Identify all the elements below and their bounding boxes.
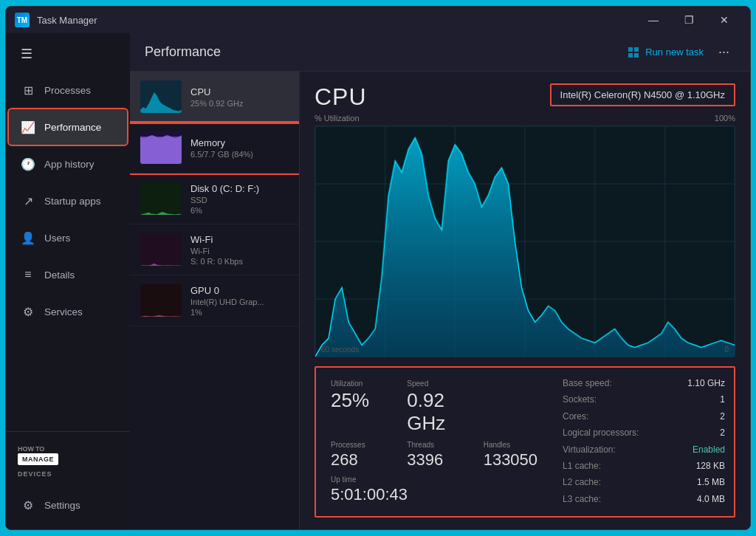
sidebar-bottom: HOW TO MANAGE DEVICES ⚙ Settings	[6, 431, 130, 529]
disk-name: Disk 0 (C: D: F:)	[190, 183, 289, 194]
speed-stat-label: Speed	[407, 379, 471, 388]
logical-processors-value: 2	[647, 426, 725, 441]
hamburger-button[interactable]: ☰	[12, 39, 41, 69]
disk-sub1: SSD	[190, 196, 289, 205]
wifi-thumbnail	[140, 233, 182, 266]
cpu-name: CPU	[190, 86, 289, 97]
graph-time-label: 60 seconds	[321, 346, 359, 354]
l2-cache-label: L2 cache:	[563, 475, 641, 490]
device-item-gpu[interactable]: GPU 0 Intel(R) UHD Grap... 1%	[130, 275, 299, 326]
logical-processors-label: Logical processors:	[563, 426, 641, 441]
app-icon: TM	[15, 13, 30, 27]
sidebar-item-label: Performance	[44, 122, 101, 133]
utilization-stat: Utilization 25%	[325, 377, 401, 438]
performance-icon: 📈	[21, 120, 35, 134]
device-item-disk[interactable]: Disk 0 (C: D: F:) SSD 6%	[130, 173, 299, 224]
run-new-task-icon	[628, 47, 639, 58]
l1-cache-label: L1 cache:	[563, 459, 641, 474]
sidebar-item-performance[interactable]: 📈 Performance	[9, 109, 127, 145]
brand-devices: DEVICES	[18, 470, 52, 478]
gpu-name: GPU 0	[190, 285, 289, 296]
main-title: Performance	[145, 44, 619, 60]
handles-stat-value: 133050	[484, 450, 548, 470]
cores-value: 2	[647, 410, 725, 425]
threads-stat-label: Threads	[407, 441, 471, 449]
memory-thumbnail	[140, 131, 182, 164]
device-item-wifi[interactable]: Wi-Fi Wi-Fi S: 0 R: 0 Kbps	[130, 224, 299, 275]
utilization-stat-value: 25%	[331, 389, 395, 412]
cpu-title: CPU	[315, 83, 367, 111]
sidebar-item-processes[interactable]: ⊞ Processes	[9, 72, 127, 108]
sockets-label: Sockets:	[563, 393, 641, 408]
details-icon: ≡	[21, 268, 35, 281]
l1-cache-value: 128 KB	[647, 459, 725, 474]
services-icon: ⚙	[21, 305, 35, 319]
sidebar-item-settings[interactable]: ⚙ Settings	[9, 487, 127, 523]
sidebar-item-users[interactable]: 👤 Users	[9, 220, 127, 255]
sidebar-item-startup-apps[interactable]: ↗ Startup apps	[9, 183, 127, 219]
more-options-button[interactable]: ···	[712, 41, 735, 63]
disk-sub2: 6%	[190, 206, 289, 215]
stats-right: Base speed: 1.10 GHz Sockets: 1 Cores: 2…	[563, 377, 725, 507]
svg-rect-2	[628, 53, 633, 58]
utilization-stat-label: Utilization	[331, 379, 395, 388]
wifi-info: Wi-Fi Wi-Fi S: 0 R: 0 Kbps	[190, 234, 289, 266]
brand-to: TO	[35, 445, 44, 453]
cores-label: Cores:	[563, 410, 641, 425]
stats-grid: Utilization 25% Speed 0.92 GHz Processes…	[315, 366, 735, 518]
sidebar-item-label: Services	[44, 306, 83, 317]
brand-manage: MANAGE	[18, 453, 58, 465]
gpu-info: GPU 0 Intel(R) UHD Grap... 1%	[190, 285, 289, 317]
sidebar-item-app-history[interactable]: 🕐 App history	[9, 146, 127, 182]
main-header: Performance Run new task ···	[130, 33, 750, 72]
wifi-sub1: Wi-Fi	[190, 247, 289, 255]
handles-stat-label: Handles	[484, 441, 548, 449]
window-title: Task Manager	[37, 15, 636, 26]
content-area: ☰ ⊞ Processes 📈 Performance 🕐 App histor…	[6, 33, 750, 529]
handles-stat: Handles 133050	[478, 438, 554, 473]
sockets-value: 1	[647, 393, 725, 408]
users-icon: 👤	[21, 231, 35, 245]
window-controls: — ❐ ✕	[636, 8, 741, 32]
main-panel: Performance Run new task ···	[130, 33, 750, 529]
processes-stat: Processes 268	[325, 438, 401, 473]
speed-stat-value: 0.92 GHz	[407, 389, 471, 435]
close-button[interactable]: ✕	[707, 8, 741, 32]
title-bar: TM Task Manager — ❐ ✕	[6, 7, 750, 33]
sidebar-item-details[interactable]: ≡ Details	[9, 257, 127, 292]
cpu-graph-canvas	[315, 126, 735, 357]
svg-rect-1	[634, 47, 639, 52]
run-new-task-button[interactable]: Run new task	[619, 42, 712, 63]
stats-left: Utilization 25% Speed 0.92 GHz Processes…	[325, 377, 554, 507]
app-history-icon: 🕐	[21, 157, 35, 171]
hamburger-icon: ☰	[21, 46, 32, 62]
svg-rect-3	[634, 53, 639, 58]
run-new-task-label: Run new task	[645, 47, 704, 58]
disk-thumbnail	[140, 182, 182, 215]
utilization-row: % Utilization 100%	[315, 114, 735, 123]
cpu-info: CPU 25% 0.92 GHz	[190, 86, 289, 108]
sidebar-settings-label: Settings	[44, 500, 80, 511]
sidebar-item-label: Startup apps	[44, 196, 101, 207]
base-speed-label: Base speed:	[563, 377, 641, 391]
brand-area: HOW TO MANAGE DEVICES	[6, 438, 130, 487]
l3-cache-label: L3 cache:	[563, 492, 641, 507]
maximize-button[interactable]: ❐	[672, 8, 706, 32]
brand-how: HOW	[18, 445, 34, 453]
cpu-model-badge: Intel(R) Celeron(R) N4500 @ 1.10GHz	[550, 83, 735, 106]
threads-stat-value: 3396	[407, 450, 471, 470]
l2-cache-value: 1.5 MB	[647, 475, 725, 490]
sidebar-item-services[interactable]: ⚙ Services	[9, 294, 127, 329]
speed-stat: Speed 0.92 GHz	[401, 377, 477, 438]
l3-cache-value: 4.0 MB	[647, 492, 725, 507]
sidebar-item-label: Processes	[44, 85, 91, 96]
svg-rect-0	[628, 47, 633, 52]
cpu-graph-container: 60 seconds 0	[315, 126, 735, 357]
minimize-button[interactable]: —	[636, 8, 670, 32]
threads-stat: Threads 3396	[401, 438, 477, 473]
uptime-label: Up time	[331, 475, 548, 484]
uptime-stat: Up time 5:01:00:43	[325, 473, 554, 507]
device-item-memory[interactable]: Memory 6.5/7.7 GB (84%)	[130, 123, 299, 173]
device-item-cpu[interactable]: CPU 25% 0.92 GHz	[130, 72, 299, 123]
sidebar-item-label: Users	[44, 233, 70, 244]
